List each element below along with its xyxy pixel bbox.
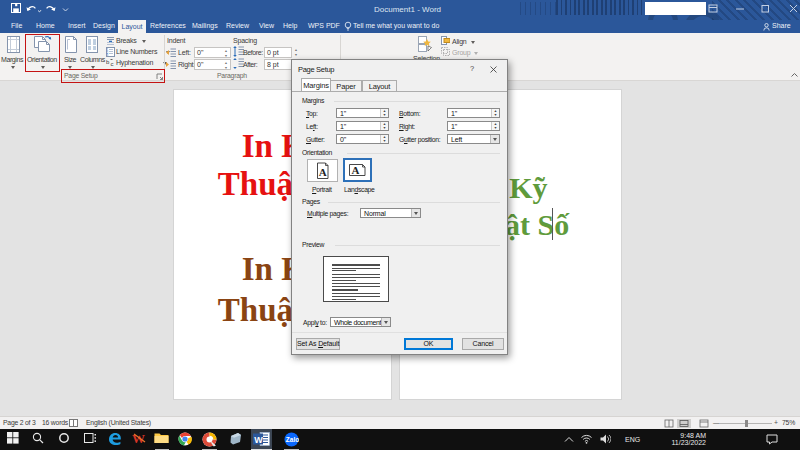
svg-text:b: b (106, 59, 110, 65)
svg-text:c: c (111, 61, 114, 67)
svg-text:Zalo: Zalo (286, 436, 299, 443)
svg-text:A: A (319, 165, 327, 177)
svg-text:A: A (352, 164, 360, 176)
svg-text:W: W (254, 435, 263, 445)
svg-text:W: W (132, 432, 145, 445)
